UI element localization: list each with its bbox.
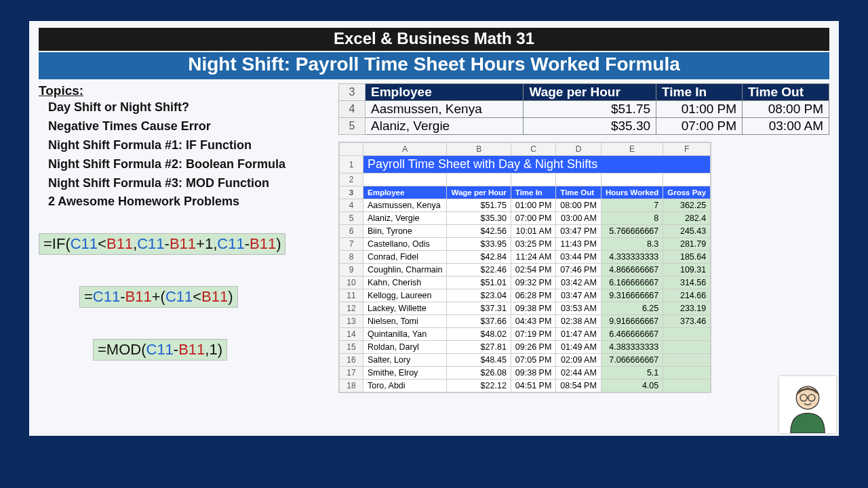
cell-wage: $26.08	[447, 367, 511, 380]
row-number: 5	[340, 212, 363, 225]
table-row: 12Lackey, Willette$37.3109:38 PM03:53 AM…	[340, 302, 711, 315]
row-number: 14	[340, 328, 363, 341]
cell-employee: Conrad, Fidel	[363, 251, 447, 264]
cell-hours: 8.3	[601, 238, 663, 251]
row-number: 15	[340, 341, 363, 354]
table-cell: Aasmussen, Kenya	[366, 101, 524, 118]
cell-hours: 4.333333333	[601, 251, 663, 264]
sheet-header: Time Out	[556, 186, 601, 199]
cell-employee: Roldan, Daryl	[363, 341, 447, 354]
cell-gross	[663, 367, 711, 380]
table-row: 14Quintanilla, Yan$48.0207:19 PM01:47 AM…	[340, 328, 711, 341]
row-number: 4	[339, 101, 366, 118]
cell-hours: 6.25	[601, 302, 663, 315]
table-row: 17Smithe, Elroy$26.0809:38 PM02:44 AM5.1	[340, 367, 711, 380]
cell-wage: $23.04	[447, 289, 511, 302]
cell-timein: 07:00 PM	[511, 212, 556, 225]
cell-gross: 233.19	[663, 302, 711, 315]
sheet-header: Wage per Hour	[447, 186, 511, 199]
cell-timein: 09:38 PM	[511, 367, 556, 380]
cell-gross: 373.46	[663, 315, 711, 328]
col-letter: D	[556, 143, 601, 156]
cell-wage: $51.01	[447, 277, 511, 289]
sheet-header: Time In	[511, 186, 556, 199]
cell-timeout: 03:47 AM	[556, 289, 601, 302]
col-letter: A	[363, 143, 447, 156]
cell-hours: 4.866666667	[601, 264, 663, 277]
row-number: 3	[339, 84, 366, 101]
slide-topline: Excel & Business Math 31	[39, 28, 829, 51]
cell-wage: $33.95	[447, 238, 511, 251]
cell-gross: 362.25	[663, 199, 711, 212]
topic-item: Night Shift Formula #1: IF Function	[48, 136, 330, 155]
col-header: Employee	[366, 84, 524, 101]
cell-wage: $22.12	[447, 380, 511, 392]
table-row: 11Kellogg, Laureen$23.0406:28 PM03:47 AM…	[340, 289, 711, 302]
cell-employee: Nielsen, Tomi	[363, 315, 447, 328]
table-row: 7Castellano, Odis$33.9503:25 PM11:43 PM8…	[340, 238, 711, 251]
cell-wage: $37.66	[447, 315, 511, 328]
cell-hours: 4.383333333	[601, 341, 663, 354]
cell-timeout: 01:47 AM	[556, 328, 601, 341]
cell-timein: 09:38 PM	[511, 302, 556, 315]
table-row: 15Roldan, Daryl$27.8109:26 PM01:49 AM4.3…	[340, 341, 711, 354]
cell-timeout: 02:09 AM	[556, 354, 601, 367]
col-letter: B	[447, 143, 511, 156]
cell-employee: Salter, Lory	[363, 354, 447, 367]
row-number: 7	[340, 238, 363, 251]
col-header: Wage per Hour	[524, 84, 656, 101]
cell-timeout: 03:42 AM	[556, 277, 601, 289]
row-number: 9	[340, 264, 363, 277]
topics-heading: Topics:	[39, 83, 330, 98]
table-cell: $51.75	[524, 101, 656, 118]
cell-employee: Coughlin, Charmain	[363, 264, 447, 277]
cell-timeout: 08:54 PM	[556, 380, 601, 392]
cell-gross: 314.56	[663, 277, 711, 289]
cell-wage: $42.84	[447, 251, 511, 264]
cell-employee: Castellano, Odis	[363, 238, 447, 251]
cell-gross: 109.31	[663, 264, 711, 277]
cell-timeout: 11:43 PM	[556, 238, 601, 251]
cell-hours: 6.466666667	[601, 328, 663, 341]
cell-timeout: 03:53 AM	[556, 302, 601, 315]
cell-gross: 282.4	[663, 212, 711, 225]
cell-gross	[663, 328, 711, 341]
col-letter: F	[663, 143, 711, 156]
row-number: 11	[340, 289, 363, 302]
cell-timein: 04:51 PM	[511, 380, 556, 392]
table-row: 5Alaniz, Vergie$35.3007:00 PM03:00 AM828…	[340, 212, 711, 225]
cell-hours: 8	[601, 212, 663, 225]
cell-wage: $27.81	[447, 341, 511, 354]
table-row: 18Toro, Abdi$22.1204:51 PM08:54 PM4.05	[340, 380, 711, 392]
row-number: 3	[340, 186, 363, 199]
right-column: 3 Employee Wage per Hour Time In Time Ou…	[338, 83, 829, 396]
table-row: 8Conrad, Fidel$42.8411:24 AM03:44 PM4.33…	[340, 251, 711, 264]
cell-wage: $37.31	[447, 302, 511, 315]
table-row: 10Kahn, Cherish$51.0109:32 PM03:42 AM6.1…	[340, 277, 711, 289]
cell-employee: Smithe, Elroy	[363, 367, 447, 380]
cell-timeout: 03:00 AM	[556, 212, 601, 225]
col-letter: E	[601, 143, 663, 156]
left-column: Topics: Day Shift or Night Shift? Negati…	[39, 83, 338, 396]
cell-gross: 214.66	[663, 289, 711, 302]
cell-employee: Quintanilla, Yan	[363, 328, 447, 341]
cell-hours: 9.316666667	[601, 289, 663, 302]
cell-wage: $42.56	[447, 225, 511, 238]
cell-wage: $35.30	[447, 212, 511, 225]
formula-if: =IF(C11<B11,C11-B11+1,C11-B11)	[39, 233, 285, 255]
formula-boolean: =C11-B11+(C11<B11)	[79, 286, 238, 308]
table-cell: $35.30	[524, 118, 656, 135]
row-number: 17	[340, 367, 363, 380]
slide-title: Night Shift: Payroll Time Sheet Hours Wo…	[39, 52, 829, 79]
cell-gross: 281.79	[663, 238, 711, 251]
cell-timein: 09:26 PM	[511, 341, 556, 354]
cell-timein: 02:54 PM	[511, 264, 556, 277]
cell-gross	[663, 380, 711, 392]
table-row: 13Nielsen, Tomi$37.6604:43 PM02:38 AM9.9…	[340, 315, 711, 328]
row-number: 4	[340, 199, 363, 212]
cell-timein: 09:32 PM	[511, 277, 556, 289]
table-row: 4Aasmussen, Kenya$51.7501:00 PM08:00 PM7…	[340, 199, 711, 212]
table-cell: 01:00 PM	[656, 101, 743, 118]
cell-timein: 03:25 PM	[511, 238, 556, 251]
topic-item: Day Shift or Night Shift?	[48, 98, 330, 117]
